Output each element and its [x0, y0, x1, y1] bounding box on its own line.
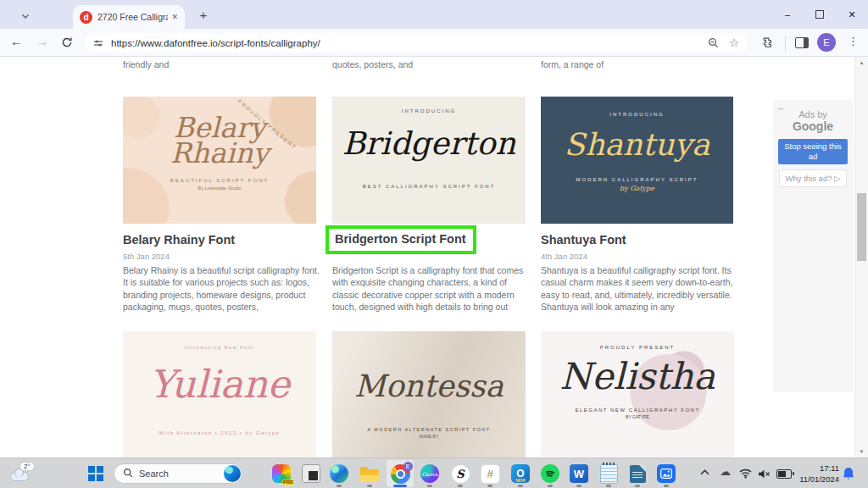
partial-text: friendly and: [123, 59, 169, 69]
font-preview-yuliane[interactable]: Introducing New Font Yuliane With Altern…: [123, 331, 316, 458]
why-this-ad-button[interactable]: Why this ad? ▷: [779, 169, 847, 187]
ad-google-label: Google: [773, 119, 853, 133]
font-preview-montessa[interactable]: Montessa A MODERN ALTERNATE SCRIPT FONT …: [332, 331, 526, 458]
page-scrollbar[interactable]: ▲ ▼: [854, 57, 868, 458]
window-close-button[interactable]: ✕: [836, 0, 868, 29]
tray-show-hidden-icons[interactable]: [700, 469, 709, 475]
running-indicator: [367, 485, 372, 487]
scroll-up-arrow[interactable]: ▲: [855, 57, 868, 69]
url-text[interactable]: https://www.dafontfree.io/script-fonts/c…: [111, 38, 708, 48]
font-preview-nelistha[interactable]: PROUDLY PRESENT Nelistha ELEGANT NEW CAL…: [541, 331, 734, 458]
highlight-box[interactable]: Bridgerton Script Font: [326, 225, 476, 254]
windows-taskbar: 2° Search PRE E Canva S # ONEW W: [0, 458, 868, 488]
taskbar-photos-icon[interactable]: [656, 463, 676, 484]
notepad-icon: [600, 464, 618, 484]
chrome-profile-badge: E: [403, 462, 413, 471]
taskbar-canva-icon[interactable]: Canva: [420, 463, 440, 484]
side-panel-icon[interactable]: [795, 37, 809, 48]
taskbar-writer-icon[interactable]: [627, 463, 648, 484]
preview-sub-text: BY GATYPE: [626, 414, 649, 419]
preview-sub-text: MADE BY: [420, 434, 439, 439]
taskbar-outlook-icon[interactable]: ONEW: [510, 463, 531, 484]
notifications-bell-icon[interactable]: [843, 467, 854, 480]
running-indicator: [337, 485, 342, 487]
font-title-link[interactable]: Shantuya Font: [541, 233, 626, 247]
page-content: friendly and quotes, posters, and form, …: [0, 57, 854, 458]
back-button[interactable]: ←: [10, 34, 23, 48]
battery-icon[interactable]: [776, 469, 792, 479]
address-bar[interactable]: https://www.dafontfree.io/script-fonts/c…: [85, 33, 748, 53]
preview-bottom-text: BEST CALLIGRAPHY SCRIPT FONT: [363, 184, 496, 189]
taskbar-slack-icon[interactable]: #: [480, 463, 500, 484]
taskbar-notepad-icon[interactable]: [598, 463, 619, 484]
preview-bottom-text: With Alternates • 2023 • by Gatype: [159, 430, 281, 435]
profile-avatar[interactable]: E: [817, 33, 836, 52]
scroll-down-arrow[interactable]: ▼: [855, 446, 868, 458]
scrollbar-thumb[interactable]: [857, 193, 866, 261]
clock-date: 11/01/2024: [795, 474, 839, 485]
wifi-icon[interactable]: [739, 469, 752, 479]
taskbar-snipping-icon[interactable]: [301, 463, 321, 484]
copilot-icon: PRE: [272, 464, 291, 483]
extensions-icon[interactable]: [761, 36, 773, 52]
taskbar-spotify-icon[interactable]: [540, 463, 560, 484]
font-preview-belary-rhainy[interactable]: PROUDLY PRESENT Belary Rhainy BEAUTIFUL …: [123, 97, 316, 224]
running-indicator: [664, 485, 669, 487]
tab-close-icon[interactable]: ✕: [171, 13, 178, 21]
site-info-icon[interactable]: [93, 38, 103, 48]
running-indicator: [576, 485, 581, 487]
preview-top-text: INTRODUCING: [609, 112, 664, 117]
font-date: 5th Jan 2024: [123, 252, 170, 261]
libreoffice-writer-icon: [630, 465, 646, 483]
photos-icon: [657, 464, 676, 483]
taskbar-word-icon[interactable]: W: [569, 463, 589, 484]
preview-main-text: Montessa: [354, 369, 504, 403]
start-button[interactable]: [88, 466, 103, 481]
new-tab-button[interactable]: +: [195, 6, 212, 23]
forward-button[interactable]: →: [36, 34, 48, 48]
preview-bottom-text: ELEGANT NEW CALLIGRAPHY FONT: [575, 408, 699, 413]
preview-bottom-text: BEAUTIFUL SCRIPT FONT: [170, 178, 269, 183]
stop-seeing-ad-button[interactable]: Stop seeing this ad: [778, 139, 848, 164]
spotify-icon: [541, 464, 559, 483]
font-preview-bridgerton[interactable]: INTRODUCING Bridgerton BEST CALLIGRAPHY …: [332, 97, 526, 224]
bookmark-star-icon[interactable]: ☆: [729, 37, 739, 48]
browser-tab[interactable]: d 2720 Free Calligraphy Fonts - D ✕: [73, 5, 185, 29]
slack-icon: #: [481, 464, 500, 484]
zoom-icon[interactable]: [708, 37, 719, 48]
taskbar-edge-icon[interactable]: [329, 463, 349, 484]
partial-text: form, a range of: [541, 59, 604, 69]
preview-main-text: Shantuya: [565, 127, 710, 162]
font-title-link[interactable]: Bridgerton Script Font: [335, 232, 466, 246]
taskbar-search-box[interactable]: Search: [114, 463, 242, 484]
weather-widget[interactable]: 2°: [8, 462, 42, 485]
preview-top-text: Introducing New Font: [185, 345, 254, 350]
refresh-button[interactable]: [61, 36, 73, 51]
window-restore-button[interactable]: [804, 0, 836, 29]
running-indicator: [548, 485, 553, 487]
browser-menu-icon[interactable]: ⋮: [848, 35, 859, 47]
window-controls: – ✕: [771, 0, 868, 29]
taskbar-s-app-icon[interactable]: S: [450, 463, 470, 484]
snipping-tool-icon: [302, 464, 320, 483]
preview-top-text: INTRODUCING: [402, 108, 456, 114]
volume-muted-icon[interactable]: [758, 469, 771, 479]
ad-back-icon[interactable]: ←: [776, 102, 786, 112]
adchoices-icon: ▷: [834, 174, 840, 183]
font-preview-shantuya[interactable]: INTRODUCING Shantuya MODERN CALLIGRAPHY …: [541, 97, 733, 224]
tab-search-button[interactable]: [17, 7, 34, 24]
running-indicator: [606, 485, 611, 487]
taskbar-chrome-icon[interactable]: E: [390, 463, 410, 484]
weather-temperature: 2°: [19, 462, 35, 471]
window-minimize-button[interactable]: –: [771, 0, 804, 29]
edge-icon: [330, 464, 348, 483]
chevron-down-icon: [21, 8, 30, 23]
font-description: Bridgerton Script is a calligraphy font …: [332, 264, 529, 313]
preview-main-text: Rhainy: [170, 141, 269, 166]
taskbar-explorer-icon[interactable]: [359, 463, 380, 484]
taskbar-copilot-icon[interactable]: PRE: [271, 463, 292, 484]
onedrive-cloud-icon[interactable]: ☁: [720, 465, 731, 478]
preview-main-text: Yuliane: [149, 362, 290, 407]
font-title-link[interactable]: Belary Rhainy Font: [123, 233, 235, 247]
taskbar-clock[interactable]: 17:11 11/01/2024: [795, 463, 839, 485]
